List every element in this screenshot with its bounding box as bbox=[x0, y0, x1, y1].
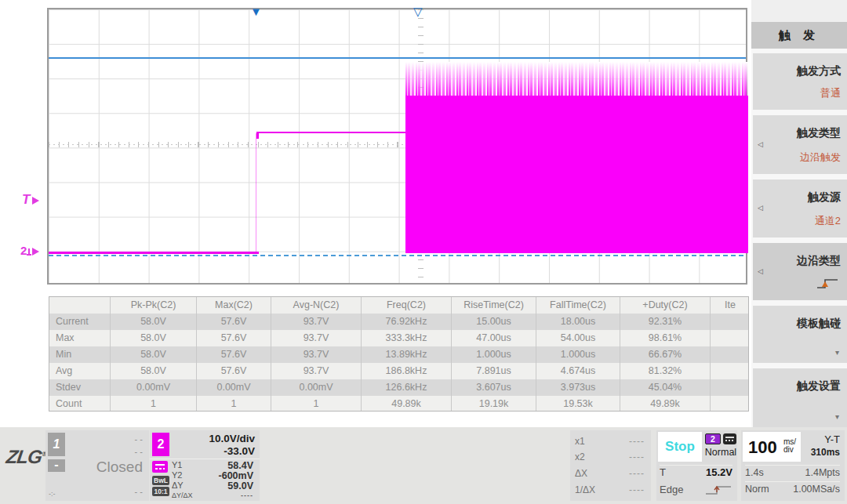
trigger-level-readout: T15.2V bbox=[660, 465, 732, 479]
y1-cursor-line[interactable] bbox=[49, 57, 746, 59]
measurement-value: 4.674us bbox=[536, 363, 620, 379]
record-length-readout: 1.4s1.4Mpts bbox=[745, 465, 840, 480]
row-label: Count bbox=[49, 396, 111, 412]
menu-item-trigger-mode[interactable]: 触发方式 普通 bbox=[753, 53, 847, 110]
measurement-value: 57.6V bbox=[197, 346, 271, 363]
measurement-value: 1 bbox=[271, 396, 362, 412]
graticule: ▼ ▽ bbox=[47, 8, 747, 285]
table-row: Count11149.89k19.19k19.53k49.89k bbox=[49, 396, 748, 412]
column-header: Pk-Pk(C2) bbox=[111, 297, 197, 314]
measurement-value: 57.6V bbox=[197, 363, 271, 379]
x1-readout: x1---- bbox=[575, 433, 645, 449]
rising-edge-icon bbox=[704, 484, 732, 495]
channel1-value-dash: - - bbox=[135, 447, 143, 456]
rising-edge-icon bbox=[816, 277, 839, 294]
measurement-value: 19.53k bbox=[536, 396, 620, 412]
ch2-ground-marker[interactable]: 2 bbox=[20, 244, 39, 257]
trigger-status-block[interactable]: Stop 2 Normal T15.2V Edge bbox=[656, 430, 737, 501]
x-cursor-block[interactable]: x1---- x2---- ΔX---- 1/ΔX---- bbox=[570, 430, 651, 501]
measurement-value: 58.0V bbox=[111, 346, 197, 363]
row-label: Avg bbox=[49, 363, 111, 379]
ground-icon bbox=[28, 248, 30, 256]
menu-item-template-trigger[interactable]: 模板触碰 ▾ bbox=[753, 306, 847, 363]
divider bbox=[150, 459, 260, 459]
measurement-value: 93.7V bbox=[271, 330, 362, 346]
probe-ratio-badge: 10:1 bbox=[152, 487, 169, 496]
measurement-value: 3.607us bbox=[452, 379, 536, 396]
channel1-status-block[interactable]: 1 - - - - - Closed -:- - - bbox=[45, 430, 149, 501]
measurement-value: 186.8kHz bbox=[362, 363, 452, 379]
measurement-table-head: Pk-Pk(C2)Max(C2)Avg-N(C2)Freq(C2)RiseTim… bbox=[49, 297, 748, 314]
ch2-mid-level-trace bbox=[257, 132, 405, 133]
measurement-value: 1 bbox=[111, 396, 197, 412]
side-arrow-icon: ◁ bbox=[758, 267, 763, 275]
measurement-value bbox=[711, 363, 749, 379]
y2-cursor-readout: Y2-600mV bbox=[172, 470, 255, 480]
status-bar: ZLG® 1 - - - - - Closed -:- - - 2 10.0V/… bbox=[0, 427, 847, 504]
right-arrow-icon bbox=[32, 197, 39, 205]
column-header: Max(C2) bbox=[197, 297, 271, 314]
measurement-value: 1.000us bbox=[536, 346, 620, 363]
x2-readout: x2---- bbox=[575, 449, 645, 465]
ch2-burst-body bbox=[405, 96, 748, 253]
channel1-badge: 1 bbox=[48, 433, 65, 456]
measurement-value bbox=[711, 314, 749, 330]
menu-item-trigger-settings[interactable]: 触发设置 ▾ bbox=[753, 368, 847, 427]
measurement-value: 58.0V bbox=[111, 314, 197, 330]
measurement-value: 0.00mV bbox=[271, 379, 362, 396]
measurement-value: 1 bbox=[197, 396, 271, 412]
menu-item-label: 触发类型 bbox=[797, 126, 841, 140]
trigger-position-marker-icon[interactable]: ▼ bbox=[250, 7, 262, 16]
measurement-value: 18.00us bbox=[536, 314, 620, 330]
trigger-menu-title: 触 发 bbox=[751, 22, 847, 49]
measurement-value bbox=[711, 346, 749, 363]
row-label: Max bbox=[49, 330, 111, 346]
table-row: Avg58.0V57.6V93.7V186.8kHz7.891us4.674us… bbox=[49, 363, 748, 379]
menu-item-label: 边沿类型 bbox=[797, 254, 841, 268]
sample-rate-readout: Norm1.00MSa/s bbox=[745, 481, 840, 496]
menu-item-label: 触发方式 bbox=[797, 64, 841, 78]
menu-item-trigger-type[interactable]: ◁ 触发类型 边沿触发 bbox=[753, 115, 847, 174]
menu-item-trigger-source[interactable]: ◁ 触发源 通道2 bbox=[753, 179, 847, 237]
table-row: Stdev0.00mV0.00mV0.00mV126.6kHz3.607us3.… bbox=[49, 379, 748, 396]
channel1-minus-badge: - bbox=[48, 459, 65, 472]
acquisition-state: Stop bbox=[658, 432, 702, 462]
trigger-delay: 310ms bbox=[811, 447, 840, 458]
measurement-value: 49.89k bbox=[620, 396, 711, 412]
delay-marker-icon[interactable]: ▽ bbox=[413, 7, 423, 16]
delta-x-readout: ΔX---- bbox=[575, 466, 645, 481]
measurement-value bbox=[711, 379, 749, 396]
timebase-block[interactable]: 100 ms/div Y-T 310ms 1.4s1.4Mpts Norm1.0… bbox=[741, 430, 845, 501]
column-header: Avg-N(C2) bbox=[271, 297, 362, 314]
measurement-value: 1.000us bbox=[452, 346, 536, 363]
delta-y-over-x-readout: ΔY/ΔX---- bbox=[172, 491, 255, 502]
channel2-scale: 10.0V/div bbox=[209, 433, 255, 444]
menu-item-edge-type[interactable]: ◁ 边沿类型 bbox=[753, 243, 847, 300]
side-arrow-icon: ◁ bbox=[758, 140, 763, 148]
trigger-level-marker[interactable]: T bbox=[22, 192, 39, 208]
menu-item-label: 触发设置 bbox=[797, 379, 841, 393]
menu-top-strip bbox=[751, 0, 847, 22]
measurement-value: 92.31% bbox=[620, 314, 711, 330]
menu-item-value: 通道2 bbox=[815, 214, 841, 228]
measurement-value: 93.7V bbox=[271, 346, 362, 363]
timebase-scale-box: 100 ms/div bbox=[743, 432, 801, 462]
dc-coupling-icon bbox=[152, 461, 168, 473]
chevron-down-icon: ▾ bbox=[835, 348, 839, 357]
measurement-value: 98.61% bbox=[620, 330, 711, 346]
column-header bbox=[49, 297, 111, 314]
measurement-value: 47.00us bbox=[452, 330, 536, 346]
measurement-value: 7.891us bbox=[452, 363, 536, 379]
row-label: Current bbox=[49, 314, 111, 330]
column-header: FallTime(C2) bbox=[536, 297, 620, 314]
channel2-offset: -33.0V bbox=[224, 445, 255, 457]
channel1-value-dash: - - bbox=[135, 434, 143, 444]
column-header: Freq(C2) bbox=[362, 297, 452, 314]
y2-cursor-line[interactable] bbox=[49, 255, 746, 256]
trigger-coupling-icon bbox=[723, 433, 736, 444]
inverse-delta-x-readout: 1/ΔX---- bbox=[575, 482, 645, 498]
delta-y-readout: ΔY59.0V bbox=[172, 480, 255, 491]
channel2-status-block[interactable]: 2 10.0V/div -33.0V BwL 10:1 Y158.4V Y2-6… bbox=[150, 430, 260, 501]
table-row: Current58.0V57.6V93.7V76.92kHz15.00us18.… bbox=[49, 314, 748, 330]
trigger-source-badge: 2 bbox=[705, 433, 721, 444]
